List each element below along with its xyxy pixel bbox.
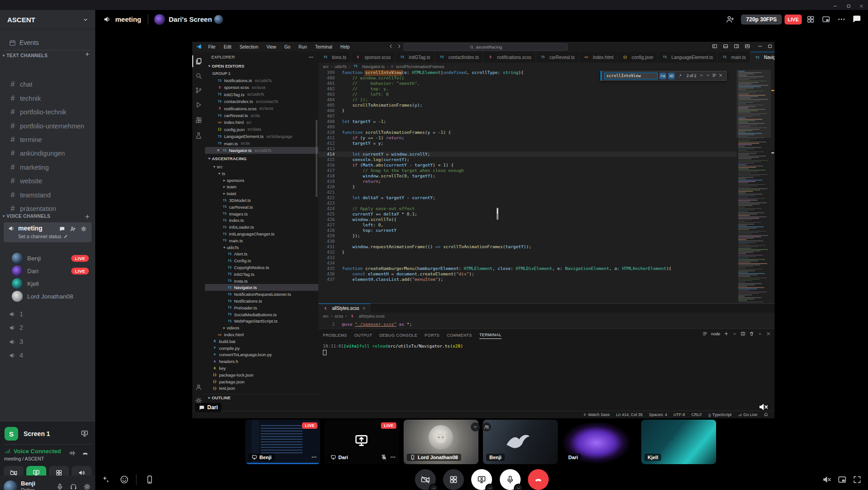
open-editor-config.json[interactable]: {}config.jsonsrc\data: [205, 126, 318, 133]
voice-channel-4[interactable]: 4: [4, 349, 92, 362]
maximize-button[interactable]: [846, 2, 851, 10]
find-input[interactable]: scrollIntoView: [604, 73, 658, 79]
panel-tab-output[interactable]: OUTPUT: [354, 333, 372, 339]
add-channel-icon[interactable]: [84, 51, 90, 59]
vscode-minimize-icon[interactable]: [757, 44, 763, 50]
trash-icon[interactable]: [749, 331, 754, 336]
open-editor-LanguageElement.ts[interactable]: TSLanguageElement.tssrc\ts\language: [205, 133, 318, 140]
open-editor-initGTag.ts[interactable]: TSinitGTag.tssrc\utilsTs: [205, 91, 318, 98]
command-center-search[interactable]: ascentRacing: [404, 43, 568, 51]
open-editor-Notifications.ts[interactable]: TSNotifications.tssrc\utilsTs: [205, 77, 318, 84]
toggle-camera-button-options[interactable]: [429, 484, 438, 490]
fullscreen-icon[interactable]: [853, 475, 862, 486]
open-editors-header[interactable]: ▾OPEN EDITORS: [205, 63, 318, 69]
sound-share-icon[interactable]: [145, 475, 154, 486]
noise-suppression-icon[interactable]: [69, 450, 76, 458]
tab-main.ts[interactable]: TSmain.ts: [717, 52, 750, 63]
breadcrumb-item[interactable]: scrollToAnimationFrames: [396, 64, 444, 69]
voice-member-benji[interactable]: BenjiLIVE: [12, 252, 92, 264]
testing-view-icon[interactable]: [192, 130, 205, 142]
sidebar-channel-termine[interactable]: #termine: [4, 133, 92, 146]
voice-member-kjell[interactable]: Kjell: [12, 278, 92, 289]
status-item-go-live[interactable]: Go Live: [738, 412, 757, 417]
tab-allStyles.scss[interactable]: SallStyles.scss✕: [318, 304, 371, 313]
disconnect-icon[interactable]: [82, 450, 89, 459]
tab-sponsor.scss[interactable]: Ssponsor.scss: [351, 52, 395, 63]
tree-item-compile.py[interactable]: Pcompile.py: [205, 345, 318, 352]
tree-item-Notifications.ts[interactable]: TSNotifications.ts: [205, 298, 318, 304]
tab-actions-icon[interactable]: [767, 54, 773, 61]
tree-item-initGTag.ts[interactable]: TSinitGTag.ts: [205, 271, 318, 278]
panel-tab-terminal[interactable]: TERMINAL: [479, 333, 502, 339]
match-case-toggle[interactable]: Aa: [659, 73, 666, 79]
tree-item-insta.ts[interactable]: TSinsta.ts: [205, 278, 318, 284]
toggle-panel-icon[interactable]: [723, 44, 728, 50]
close-editor-icon[interactable]: ✕: [217, 148, 220, 152]
open-editor-index.html[interactable]: <>index.htmlsrc: [205, 119, 318, 126]
user-settings-button[interactable]: [83, 483, 91, 490]
workspace-header[interactable]: ▾ASCENTRACING: [205, 155, 318, 162]
dots-icon[interactable]: [390, 454, 396, 460]
tree-item-InfoLoader.ts[interactable]: TSInfoLoader.ts: [205, 224, 318, 230]
layout-grid-icon[interactable]: [806, 15, 815, 25]
source-control-view-icon[interactable]: [192, 84, 205, 96]
stream-mute-icon[interactable]: [822, 475, 831, 486]
mute-microphone-button-options[interactable]: [514, 484, 523, 490]
voice-channel-2[interactable]: 2: [4, 321, 92, 334]
vscode-minimap[interactable]: [736, 70, 771, 303]
vscode-editor[interactable]: 399function scrollIntoView(e: HTMLElemen…: [318, 70, 736, 303]
more-options-icon[interactable]: [837, 15, 846, 25]
tree-item-index.html[interactable]: <>index.html: [205, 331, 318, 338]
tree-item-team[interactable]: ▸team: [205, 183, 318, 190]
history-back-icon[interactable]: [388, 44, 394, 50]
explorer-view-icon[interactable]: [192, 55, 205, 67]
open-editor-notifications.scss[interactable]: Snotifications.scsssrc\scss: [205, 105, 318, 112]
tree-item-toast[interactable]: ▸toast: [205, 190, 318, 197]
breadcrumb-item[interactable]: src: [323, 64, 329, 69]
extensions-view-icon[interactable]: [192, 114, 205, 126]
tab-tions.ts[interactable]: TStions.ts: [318, 52, 351, 63]
tree-item-Alert.ts[interactable]: TSAlert.ts: [205, 250, 318, 257]
sidebar-channel-website[interactable]: #website: [4, 175, 92, 187]
whole-word-toggle[interactable]: ab: [668, 73, 675, 79]
find-close-icon[interactable]: [718, 73, 723, 78]
status-item-typescript[interactable]: {}TypeScript: [708, 412, 731, 417]
invite-members-icon[interactable]: [70, 225, 76, 234]
text-channels-header[interactable]: ▾TEXT CHANNELS: [3, 51, 93, 60]
tree-item-3DModel.ts[interactable]: TS3DModel.ts: [205, 197, 318, 204]
participant-tile-lord-jonathan08[interactable]: Lord Jonathan08: [404, 420, 478, 464]
tree-item-CopyrightNotice.ts[interactable]: TSCopyrightNotice.ts: [205, 264, 318, 271]
voice-member-lord-jonathan08[interactable]: Lord Jonathan08: [12, 290, 92, 302]
noise-suppression-icon[interactable]: [101, 475, 110, 486]
open-editor-carReveal.ts[interactable]: TScarReveal.tssrc\ts: [205, 112, 318, 119]
tree-item-test.json[interactable]: {}test.json: [205, 385, 318, 392]
menu-file[interactable]: File: [204, 44, 219, 49]
activities-button[interactable]: [443, 469, 464, 490]
status-item-utf-8[interactable]: UTF-8: [673, 412, 685, 417]
breadcrumb-item[interactable]: utilsTs: [335, 64, 346, 69]
sidebar-item-events[interactable]: Events: [4, 36, 92, 49]
tree-item-main.ts[interactable]: TSmain.ts: [205, 237, 318, 244]
disconnect-button[interactable]: [528, 469, 549, 490]
menu-view[interactable]: View: [263, 44, 281, 49]
server-dropdown-icon[interactable]: [83, 16, 88, 24]
tree-item-Navigator.ts[interactable]: TSNavigator.ts: [205, 284, 318, 291]
sidebar-channel-teamstand[interactable]: #teamstand: [4, 189, 92, 201]
toggle-secondary-sidebar-icon[interactable]: [734, 44, 739, 50]
collapse-tiles-button[interactable]: [471, 422, 480, 431]
stop-watching-icon[interactable]: [81, 430, 88, 439]
list-icon[interactable]: [702, 331, 707, 336]
open-chat-icon[interactable]: [59, 225, 65, 234]
tab-carReveal.ts[interactable]: TScarReveal.ts: [536, 52, 580, 63]
stream-audio-muted-icon[interactable]: [758, 402, 768, 414]
popout-icon[interactable]: [822, 15, 830, 25]
sidebar-channel-chat[interactable]: #chat: [4, 78, 92, 91]
panel-tab-problems[interactable]: PROBLEMS: [323, 333, 347, 339]
tab-initGTag.ts[interactable]: TSinitGTag.ts: [395, 52, 435, 63]
find-in-selection-icon[interactable]: [712, 73, 717, 78]
tree-item-sponsors[interactable]: ▸sponsors: [205, 177, 318, 184]
tree-item-build.bat[interactable]: Bbuild.bat: [205, 338, 318, 345]
chevron-up-icon[interactable]: [758, 332, 762, 336]
chevron-down-icon[interactable]: [732, 332, 737, 336]
voice-channel-3[interactable]: 3: [4, 335, 92, 348]
